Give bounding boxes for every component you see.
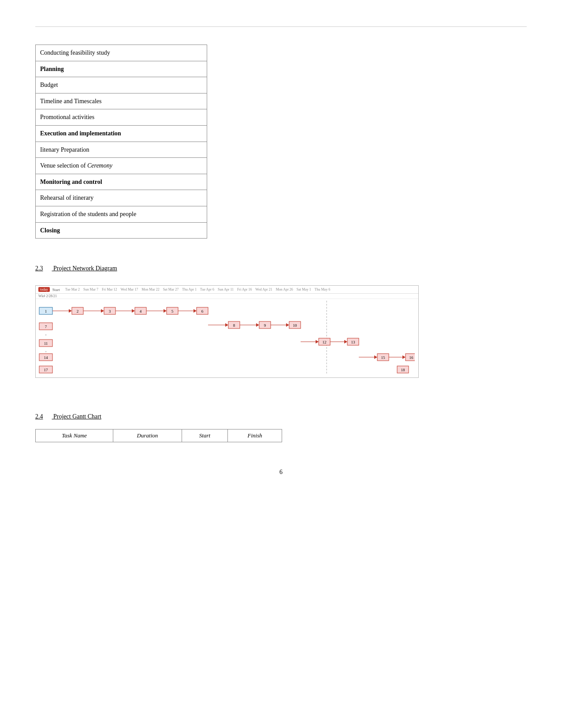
svg-text:17: 17 — [44, 368, 48, 372]
svg-text:10: 10 — [293, 323, 298, 328]
svg-text:12: 12 — [323, 340, 327, 344]
svg-text:11: 11 — [44, 341, 48, 346]
page-number: 6 — [35, 469, 527, 476]
task-row: Budget — [36, 77, 207, 93]
task-row: Registration of the students and people — [36, 206, 207, 222]
svg-text:14: 14 — [44, 355, 48, 360]
task-row: Timeline and Timescales — [36, 93, 207, 109]
svg-text:13: 13 — [351, 340, 356, 344]
svg-marker-56 — [402, 355, 406, 359]
svg-text:6: 6 — [201, 309, 204, 314]
svg-marker-35 — [286, 323, 289, 327]
svg-marker-27 — [225, 323, 228, 327]
task-table: Conducting feasibility studyPlanningBudg… — [35, 45, 207, 239]
svg-marker-20 — [194, 309, 197, 313]
task-row: Execution and implementation — [36, 125, 207, 142]
gantt-col-header: Finish — [228, 429, 282, 442]
svg-marker-46 — [344, 340, 347, 343]
task-row: Venue selection of Ceremony — [36, 158, 207, 174]
nd-date-labels-row: Tue Mar 2 Sun Mar 7 Fri Mar 12 Wed Mar 1… — [63, 287, 330, 291]
svg-marker-8 — [101, 309, 104, 313]
svg-text:+: + — [45, 350, 47, 354]
svg-text:+: + — [45, 333, 47, 337]
gantt-col-header: Duration — [113, 429, 182, 442]
svg-text:4: 4 — [140, 309, 142, 314]
nd-start-label: Start — [52, 287, 60, 292]
svg-text:7: 7 — [45, 325, 47, 329]
svg-text:18: 18 — [401, 368, 406, 372]
svg-text:2: 2 — [77, 309, 79, 314]
task-row: Iitenary Preparation — [36, 142, 207, 158]
svg-text:15: 15 — [381, 355, 386, 360]
gantt-table: Task NameDurationStartFinish — [35, 429, 282, 442]
top-divider — [35, 26, 527, 27]
task-row: Promotional activities — [36, 109, 207, 126]
task-row: Monitoring and control — [36, 174, 207, 190]
nd-header: today Start Tue Mar 2 Sun Mar 7 Fri Mar … — [36, 286, 418, 294]
nd-svg: 1 2 3 4 5 6 7 + — [36, 301, 415, 373]
svg-text:16: 16 — [409, 355, 414, 360]
svg-text:1: 1 — [45, 309, 47, 314]
gantt-col-header: Start — [182, 429, 228, 442]
svg-marker-16 — [164, 309, 167, 313]
svg-text:5: 5 — [171, 309, 174, 314]
svg-marker-42 — [316, 340, 319, 343]
svg-marker-31 — [256, 323, 259, 327]
task-row: Closing — [36, 222, 207, 239]
section-23-heading: 2.3 Project Network Diagram — [35, 265, 527, 272]
nd-today-badge: today — [38, 287, 50, 292]
svg-marker-4 — [69, 309, 72, 313]
section-24-heading: 2.4 Project Gantt Chart — [35, 413, 527, 420]
svg-marker-52 — [374, 355, 377, 359]
task-row: Conducting feasibility study — [36, 45, 207, 61]
network-diagram: today Start Tue Mar 2 Sun Mar 7 Fri Mar … — [35, 285, 419, 378]
svg-marker-12 — [132, 309, 135, 313]
svg-text:9: 9 — [264, 323, 266, 328]
task-row: Planning — [36, 61, 207, 77]
nd-week-label: Wk# 2/28/21 — [36, 294, 418, 299]
task-row: Rehearsal of itinerary — [36, 190, 207, 206]
svg-text:3: 3 — [109, 309, 111, 314]
svg-text:8: 8 — [233, 323, 235, 328]
gantt-col-header: Task Name — [36, 429, 113, 442]
